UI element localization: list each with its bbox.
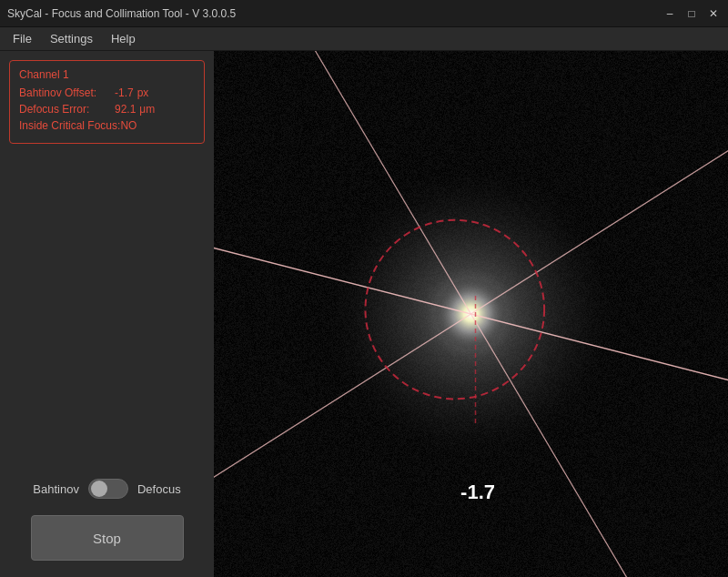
maximize-button[interactable]: □ — [684, 6, 699, 21]
left-panel: Channel 1 Bahtinov Offset: -1.7 px Defoc… — [0, 51, 214, 577]
toggle-right-label: Defocus — [137, 482, 181, 496]
toggle-left-label: Bahtinov — [33, 482, 79, 496]
channel-title: Channel 1 — [19, 68, 195, 81]
image-area: -1.7 — [214, 51, 728, 577]
defocus-error-unit: μm — [139, 103, 155, 116]
menu-settings[interactable]: Settings — [41, 29, 102, 48]
spacer — [9, 151, 205, 471]
channel-box: Channel 1 Bahtinov Offset: -1.7 px Defoc… — [9, 60, 205, 144]
toggle-row: Bahtinov Defocus — [9, 479, 205, 499]
bahtinov-offset-label: Bahtinov Offset: — [19, 86, 115, 99]
star-canvas — [214, 51, 728, 577]
critical-focus-label: Inside Critical Focus: — [19, 119, 120, 132]
menu-bar: File Settings Help — [0, 27, 728, 51]
menu-help[interactable]: Help — [102, 29, 145, 48]
channel-row-critical: Inside Critical Focus: NO — [19, 119, 195, 132]
critical-focus-value: NO — [120, 119, 136, 132]
title-bar: SkyCal - Focus and Collimation Tool - V … — [0, 0, 728, 27]
channel-row-defocus: Defocus Error: 92.1 μm — [19, 103, 195, 116]
menu-file[interactable]: File — [4, 29, 41, 48]
main-container: Channel 1 Bahtinov Offset: -1.7 px Defoc… — [0, 51, 728, 577]
toggle-knob — [91, 481, 107, 497]
defocus-error-value: 92.1 — [115, 103, 136, 116]
channel-row-bahtinov: Bahtinov Offset: -1.7 px — [19, 86, 195, 99]
bahtinov-offset-unit: px — [137, 86, 149, 99]
window-title: SkyCal - Focus and Collimation Tool - V … — [7, 7, 236, 20]
toggle-switch[interactable] — [88, 479, 128, 499]
window-controls: – □ ✕ — [662, 6, 721, 21]
close-button[interactable]: ✕ — [706, 6, 721, 21]
defocus-error-label: Defocus Error: — [19, 103, 115, 116]
bahtinov-offset-value: -1.7 — [115, 86, 134, 99]
stop-button[interactable]: Stop — [31, 515, 184, 561]
minimize-button[interactable]: – — [662, 6, 677, 21]
